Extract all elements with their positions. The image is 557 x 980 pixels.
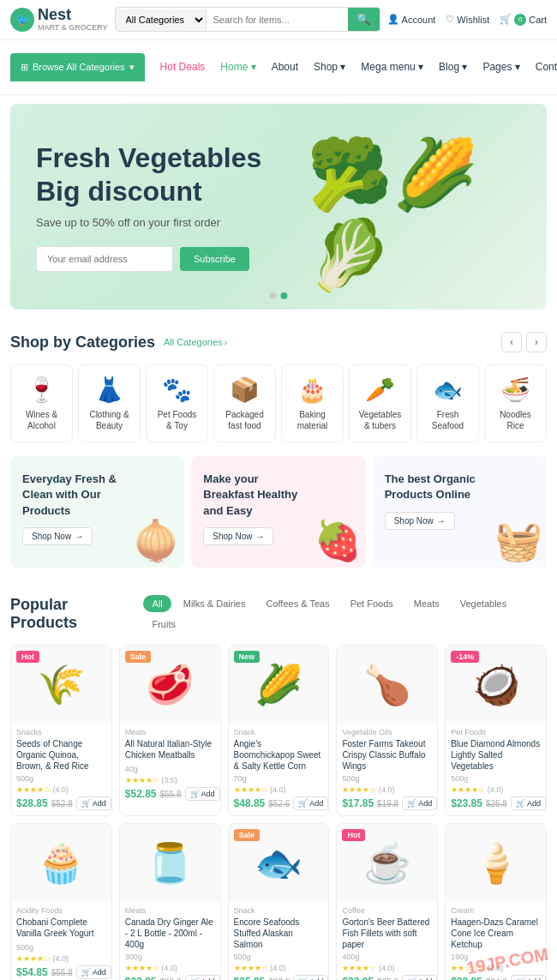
promo-breakfast-btn[interactable]: Shop Now →: [203, 527, 273, 545]
search-button[interactable]: 🔍: [348, 8, 380, 31]
logo[interactable]: 🐦 Nest MART & GROCERY: [10, 7, 108, 33]
add-button-5[interactable]: 🛒 Add: [511, 797, 546, 810]
packaged-icon: 📦: [219, 376, 270, 404]
product-5[interactable]: -14% 🥥 Pet Foods Blue Diamond Almonds Li…: [445, 645, 547, 816]
product-info-10: Cream Haagen-Dazs Caramel Cone Ice Cream…: [446, 901, 546, 980]
product-7[interactable]: 🫙 Meats Canada Dry Ginger Ale - 2 L Bott…: [119, 823, 221, 980]
nav-about[interactable]: About: [265, 52, 305, 81]
category-vegetables[interactable]: 🥕 Vegetables& tubers: [349, 364, 411, 442]
search-bar: All Categories 🔍: [115, 7, 380, 32]
category-pet[interactable]: 🐾 Pet Foods& Toy: [146, 364, 208, 442]
product-info-8: Snack Encore Seafoods Stuffed Alaskan Sa…: [229, 901, 329, 980]
top-header: 🐦 Nest MART & GROCERY All Categories 🔍 👤…: [0, 0, 557, 40]
cart-icon-item[interactable]: 🛒 0 Cart: [500, 14, 547, 26]
promo-organic-label: The best Organic Products Online: [385, 472, 479, 502]
wishlist-label: Wishlist: [457, 15, 489, 25]
promo-fresh-label: Everyday Fresh & Clean with Our Products: [22, 472, 117, 519]
price-old-2: $55.8: [160, 790, 182, 799]
product-info-3: Snack Angie's Boomchickapop Sweet & Salt…: [229, 723, 329, 815]
add-button-8[interactable]: 🛒 Add: [293, 975, 328, 980]
nav-home[interactable]: Home ▾: [213, 52, 262, 81]
price-current-8: $35.85: [234, 976, 266, 980]
product-name-4: Foster Farms Takeout Crispy Classic Buff…: [342, 738, 432, 772]
wishlist-icon-item[interactable]: ♡ Wishlist: [446, 14, 489, 25]
dot-2[interactable]: [281, 292, 288, 299]
nav-blog[interactable]: Blog ▾: [432, 52, 474, 81]
product-weight-5: 500g: [451, 774, 541, 783]
promo-organic[interactable]: The best Organic Products Online Shop No…: [373, 456, 547, 568]
product-3[interactable]: New 🌽 Snack Angie's Boomchickapop Sweet …: [228, 645, 330, 816]
promo-fresh[interactable]: Everyday Fresh & Clean with Our Products…: [10, 456, 184, 568]
nav-hot-deals[interactable]: Hot Deals: [153, 52, 213, 81]
seafood-label: FreshSeafood: [422, 409, 473, 431]
product-9[interactable]: Hot ☕ Coffee Gorton's Beer Battered Fish…: [336, 823, 438, 980]
product-weight-1: 500g: [16, 774, 106, 783]
promo-fresh-btn[interactable]: Shop Now →: [22, 527, 93, 545]
tab-milks[interactable]: Milks & Dairies: [175, 595, 255, 612]
nav-pages[interactable]: Pages ▾: [476, 52, 526, 81]
price-row-3: $48.85 $52.6 🛒 Add: [234, 797, 324, 810]
categories-title: Shop by Categories: [10, 334, 155, 352]
product-name-7: Canada Dry Ginger Ale - 2 L Bottle - 200…: [125, 917, 215, 950]
promo-breakfast[interactable]: Make your Breakfast Healthy and Easy Sho…: [191, 456, 365, 568]
category-select[interactable]: All Categories: [116, 9, 207, 31]
product-name-10: Haagen-Dazs Caramel Cone Ice Cream Ketch…: [451, 917, 541, 950]
hero-subtitle: Save up to 50% off on your first order: [36, 216, 281, 229]
tab-coffees[interactable]: Coffees & Teas: [257, 595, 338, 612]
dot-1[interactable]: [270, 292, 277, 299]
price-row-2: $52.85 $55.8 🛒 Add: [125, 787, 215, 801]
product-6[interactable]: 🧁 Acidity Foods Chobani Complete Vanilla…: [10, 823, 112, 980]
next-arrow-button[interactable]: ›: [526, 332, 547, 352]
hero-image: 🥦🌽🥬: [307, 104, 547, 310]
subscribe-button[interactable]: Subscribe: [180, 247, 249, 271]
tab-vegetables[interactable]: Vegetables: [452, 595, 515, 612]
browse-categories-button[interactable]: ⊞ Browse All Categories ▾: [10, 53, 145, 81]
all-categories-link[interactable]: All Categories ›: [164, 337, 227, 347]
tab-all[interactable]: All: [143, 595, 171, 612]
add-button-7[interactable]: 🛒 Add: [185, 975, 220, 980]
stars-6: ★★★★☆ (4.0): [16, 954, 106, 963]
hero-form: Subscribe: [36, 246, 281, 272]
product-2[interactable]: Sale 🥩 Meats All Natural Italian-Style C…: [119, 645, 221, 816]
product-8[interactable]: Sale 🐟 Snack Encore Seafoods Stuffed Ala…: [228, 823, 330, 980]
product-4[interactable]: 🍗 Vegetable Oils Foster Farms Takeout Cr…: [336, 645, 438, 816]
promo-organic-btn[interactable]: Shop Now →: [385, 512, 455, 530]
add-button-10[interactable]: 🛒 Add: [511, 975, 546, 980]
product-info-7: Meats Canada Dry Ginger Ale - 2 L Bottle…: [120, 901, 220, 980]
add-button-9[interactable]: 🛒 Add: [402, 975, 437, 980]
add-button-1[interactable]: 🛒 Add: [76, 797, 111, 810]
badge-hot-1: Hot: [16, 651, 39, 663]
product-info-5: Pet Foods Blue Diamond Almonds Lightly S…: [446, 723, 546, 815]
nav-links: Hot Deals Home ▾ About Shop ▾ Mega menu …: [145, 52, 557, 81]
add-button-2[interactable]: 🛒 Add: [185, 787, 220, 801]
nav-contact[interactable]: Contact: [529, 52, 557, 81]
category-clothing[interactable]: 👗 Clothing &Beauty: [78, 364, 141, 442]
add-button-6[interactable]: 🛒 Add: [76, 965, 111, 979]
wishlist-icon: ♡: [446, 14, 454, 25]
nav-shop[interactable]: Shop ▾: [307, 52, 352, 81]
product-weight-7: 300g: [125, 953, 215, 961]
tab-meats[interactable]: Meats: [405, 595, 448, 612]
account-icon-item[interactable]: 👤 Account: [387, 14, 436, 25]
category-seafood[interactable]: 🐟 FreshSeafood: [416, 364, 479, 442]
add-button-4[interactable]: 🛒 Add: [402, 797, 437, 810]
add-button-3[interactable]: 🛒 Add: [293, 797, 328, 810]
price-row-4: $17.85 $19.8 🛒 Add: [342, 797, 432, 810]
product-10[interactable]: 🍦 Cream Haagen-Dazs Caramel Cone Ice Cre…: [445, 823, 547, 980]
prev-arrow-button[interactable]: ‹: [501, 332, 522, 352]
category-noodles[interactable]: 🍜 NoodlesRice: [484, 364, 547, 442]
product-1[interactable]: Hot 🌾 Snacks Seeds of Change Organic Qui…: [10, 645, 112, 816]
search-input[interactable]: [207, 9, 348, 30]
products-grid-row2: 🧁 Acidity Foods Chobani Complete Vanilla…: [10, 823, 547, 980]
product-img-6: 🧁: [11, 824, 111, 901]
category-baking[interactable]: 🎂 Bakingmaterial: [281, 364, 344, 442]
tab-fruits[interactable]: Fruits: [143, 616, 184, 633]
tab-pet[interactable]: Pet Foods: [342, 595, 402, 612]
category-packaged[interactable]: 📦 Packagedfast food: [213, 364, 276, 442]
nav-mega[interactable]: Mega menu ▾: [354, 52, 430, 81]
hero-email-input[interactable]: [36, 246, 173, 272]
product-name-6: Chobani Complete Vanilla Greek Yogurt: [16, 917, 106, 941]
clothing-icon: 👗: [84, 376, 135, 404]
category-wines[interactable]: 🍷 Wines &Alcohol: [10, 364, 73, 442]
price-old-4: $19.8: [377, 799, 398, 809]
